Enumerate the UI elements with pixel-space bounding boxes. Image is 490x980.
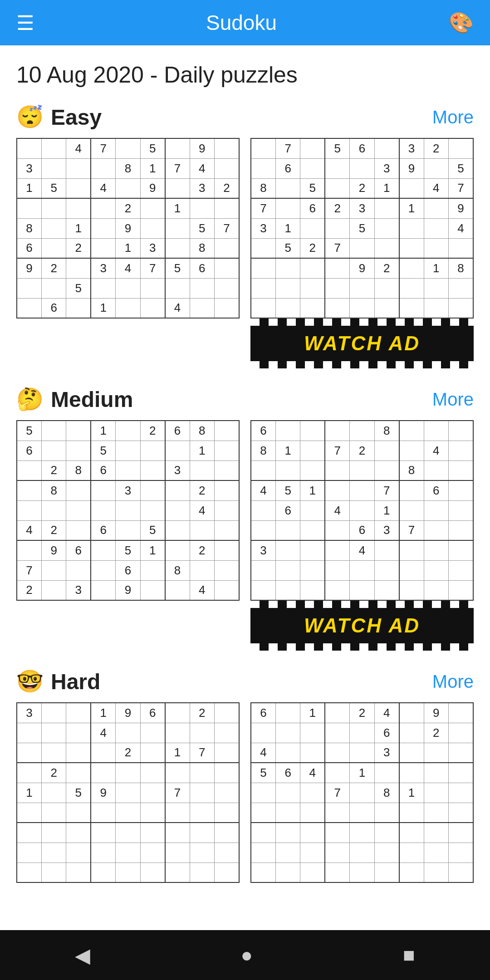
table-row xyxy=(275,461,300,480)
table-row: 2 xyxy=(424,723,448,743)
table-row xyxy=(374,843,399,862)
table-row xyxy=(325,421,349,441)
table-row: 6 xyxy=(116,560,140,580)
table-row: 6 xyxy=(91,461,115,480)
table-row: 5 xyxy=(449,158,474,178)
table-row xyxy=(140,500,165,520)
table-row xyxy=(300,461,325,480)
menu-icon[interactable]: ☰ xyxy=(16,11,34,34)
table-row xyxy=(66,298,91,318)
table-row xyxy=(325,743,349,763)
table-row xyxy=(91,560,115,580)
table-row: 4 xyxy=(190,158,214,178)
table-row xyxy=(165,862,190,882)
table-row: 9 xyxy=(424,703,448,723)
table-row xyxy=(300,723,325,743)
table-row xyxy=(275,743,300,763)
table-row: 6 xyxy=(91,520,115,540)
table-row: 1 xyxy=(275,441,300,461)
table-row: 9 xyxy=(17,258,41,278)
table-row xyxy=(399,862,424,882)
table-row xyxy=(449,238,474,258)
table-row: 3 xyxy=(190,178,214,198)
medium-puzzle-left[interactable]: 51268651286383244265965127682394 xyxy=(16,420,240,651)
table-row xyxy=(165,823,190,843)
table-row xyxy=(399,823,424,843)
easy-puzzle-right[interactable]: 75632639585214776231931545279218 WATCH A… xyxy=(250,138,474,368)
easy-more-link[interactable]: More xyxy=(432,107,474,127)
table-row xyxy=(140,580,165,600)
table-row: 2 xyxy=(41,258,66,278)
table-row xyxy=(300,278,325,298)
table-row xyxy=(424,198,448,218)
table-row xyxy=(66,843,91,862)
table-row xyxy=(190,803,214,823)
nav-recents-icon[interactable]: ■ xyxy=(403,944,415,966)
table-row xyxy=(275,520,300,540)
table-row xyxy=(275,823,300,843)
hard-grid-right: 6124962435641781 xyxy=(250,702,474,883)
easy-grid-left: 47593817415493221819576213892347565614 xyxy=(16,138,240,318)
hard-puzzle-left[interactable]: 31962421721597 xyxy=(16,702,240,883)
table-row: 3 xyxy=(140,238,165,258)
easy-watch-ad[interactable]: WATCH AD xyxy=(250,318,474,368)
table-row xyxy=(399,540,424,560)
nav-home-icon[interactable]: ● xyxy=(240,944,253,966)
medium-more-link[interactable]: More xyxy=(432,389,474,410)
table-row xyxy=(275,198,300,218)
table-row xyxy=(374,823,399,843)
table-row xyxy=(325,258,349,278)
palette-icon[interactable]: 🎨 xyxy=(449,11,474,34)
table-row xyxy=(350,298,374,318)
table-row xyxy=(165,723,190,743)
hard-more-link[interactable]: More xyxy=(432,671,474,692)
table-row xyxy=(350,843,374,862)
nav-back-icon[interactable]: ◀ xyxy=(75,944,90,967)
table-row xyxy=(17,843,41,862)
medium-puzzle-right[interactable]: 688172484517664163734 WATCH AD xyxy=(250,420,474,651)
table-row: 5 xyxy=(66,783,91,803)
medium-watch-ad[interactable]: WATCH AD xyxy=(250,601,474,651)
table-row xyxy=(424,218,448,238)
table-row xyxy=(424,520,448,540)
table-row xyxy=(275,783,300,803)
table-row xyxy=(350,560,374,580)
table-row xyxy=(215,862,240,882)
medium-emoji: 🤔 xyxy=(16,387,44,412)
table-row: 1 xyxy=(66,218,91,238)
table-row xyxy=(215,461,240,480)
table-row xyxy=(91,763,115,783)
table-row xyxy=(140,198,165,218)
table-row xyxy=(449,441,474,461)
table-row xyxy=(17,540,41,560)
table-row: 7 xyxy=(325,441,349,461)
table-row xyxy=(140,278,165,298)
table-row xyxy=(41,803,66,823)
table-row xyxy=(215,258,240,278)
table-row xyxy=(190,298,214,318)
table-row xyxy=(251,560,275,580)
table-row: 1 xyxy=(91,421,115,441)
table-row: 5 xyxy=(275,480,300,500)
table-row xyxy=(449,723,474,743)
table-row: 2 xyxy=(66,238,91,258)
table-row: 3 xyxy=(374,520,399,540)
table-row xyxy=(116,461,140,480)
easy-puzzle-left[interactable]: 47593817415493221819576213892347565614 xyxy=(16,138,240,368)
easy-ad-text: WATCH AD xyxy=(304,332,420,355)
table-row xyxy=(17,278,41,298)
table-row xyxy=(140,441,165,461)
table-row xyxy=(399,703,424,723)
table-row xyxy=(374,441,399,461)
table-row xyxy=(140,298,165,318)
table-row xyxy=(325,703,349,723)
table-row xyxy=(116,421,140,441)
table-row xyxy=(449,560,474,580)
table-row xyxy=(66,441,91,461)
table-row xyxy=(215,278,240,298)
table-row xyxy=(350,158,374,178)
table-row: 2 xyxy=(325,198,349,218)
table-row xyxy=(116,178,140,198)
table-row xyxy=(17,138,41,158)
hard-puzzle-right[interactable]: 6124962435641781 xyxy=(250,702,474,883)
